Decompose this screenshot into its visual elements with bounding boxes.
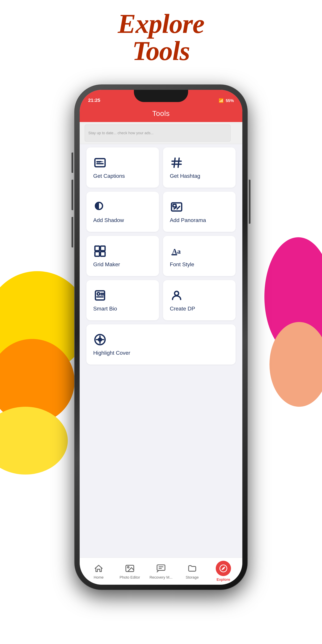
phone-button-left3 xyxy=(72,217,73,248)
bottom-nav: HomePhoto EditorRecovery M...StorageExpl… xyxy=(80,558,242,585)
svg-line-6 xyxy=(178,158,179,167)
tool-card-add-shadow[interactable]: Add Shadow xyxy=(86,192,159,232)
nav-recovery-icon xyxy=(156,563,166,574)
svg-marker-36 xyxy=(222,567,225,570)
svg-point-21 xyxy=(97,293,100,295)
phone-button-left2 xyxy=(72,180,73,210)
nav-recovery-label: Recovery M... xyxy=(150,575,172,580)
tools-content: CCGet CaptionsGet HashtagAdd ShadowAdd P… xyxy=(80,144,242,561)
nav-explore-icon xyxy=(216,561,231,576)
tool-card-create-dp[interactable]: Create DP xyxy=(163,280,236,320)
nav-item-storage[interactable]: Storage xyxy=(176,563,208,580)
highlight-cover-label: Highlight Cover xyxy=(93,350,130,356)
signal-icon: 📶 xyxy=(218,98,224,103)
phone-screen: 21:25 📶 55% Tools Stay up to date... che… xyxy=(80,90,242,585)
svg-text:Aa: Aa xyxy=(172,248,181,255)
nav-item-recovery[interactable]: Recovery M... xyxy=(146,563,176,580)
add-shadow-icon xyxy=(93,200,107,214)
nav-explore-label: Explore xyxy=(216,578,230,582)
get-captions-label: Get Captions xyxy=(93,173,125,179)
tool-card-add-panorama[interactable]: Add Panorama xyxy=(163,192,236,232)
tool-card-smart-bio[interactable]: Smart Bio xyxy=(86,280,159,320)
ad-inner: Stay up to date... check how your ads... xyxy=(85,124,230,142)
tool-card-grid-maker[interactable]: Grid Maker xyxy=(86,236,159,276)
nav-home-icon xyxy=(93,563,104,574)
status-icons: 📶 55% xyxy=(218,98,234,103)
create-dp-icon xyxy=(170,288,183,302)
nav-item-explore[interactable]: Explore xyxy=(208,561,239,582)
phone-notch xyxy=(134,90,188,102)
add-panorama-label: Add Panorama xyxy=(170,217,206,223)
nav-photo-editor-label: Photo Editor xyxy=(120,575,140,580)
svg-point-25 xyxy=(174,291,179,296)
phone-mockup: 21:25 📶 55% Tools Stay up to date... che… xyxy=(74,85,248,590)
grid-maker-icon xyxy=(93,244,107,258)
phone-shell: 21:25 📶 55% Tools Stay up to date... che… xyxy=(74,85,248,590)
font-style-icon: Aa xyxy=(170,244,183,258)
get-hashtag-icon xyxy=(170,156,183,170)
get-captions-icon: CC xyxy=(93,156,107,170)
bg-blob-yellow2 xyxy=(0,407,68,474)
svg-rect-32 xyxy=(157,565,165,570)
tool-card-highlight-cover[interactable]: Highlight Cover xyxy=(86,324,236,364)
nav-storage-icon xyxy=(187,563,198,574)
nav-home-label: Home xyxy=(94,575,104,580)
get-hashtag-label: Get Hashtag xyxy=(170,173,200,179)
explore-tools-heading: Explore Tools xyxy=(0,10,322,64)
tool-card-get-captions[interactable]: CCGet Captions xyxy=(86,148,159,188)
svg-text:CC: CC xyxy=(96,160,100,163)
app-header: Tools xyxy=(80,105,242,122)
nav-item-photo-editor[interactable]: Photo Editor xyxy=(114,563,146,580)
phone-button-right xyxy=(249,180,250,224)
nav-storage-label: Storage xyxy=(186,575,198,580)
create-dp-label: Create DP xyxy=(170,306,195,312)
svg-line-12 xyxy=(177,206,180,209)
ad-banner: Stay up to date... check how your ads... xyxy=(80,122,242,144)
tools-grid: CCGet CaptionsGet HashtagAdd ShadowAdd P… xyxy=(86,148,236,364)
tool-card-get-hashtag[interactable]: Get Hashtag xyxy=(163,148,236,188)
add-panorama-icon xyxy=(170,200,183,214)
svg-rect-16 xyxy=(95,252,100,256)
add-shadow-label: Add Shadow xyxy=(93,217,124,223)
app-header-title: Tools xyxy=(152,110,170,118)
phone-button-left xyxy=(72,152,73,173)
tool-card-font-style[interactable]: AaFont Style xyxy=(163,236,236,276)
grid-maker-label: Grid Maker xyxy=(93,261,120,268)
page-title: Explore Tools xyxy=(0,10,322,64)
svg-rect-15 xyxy=(100,246,105,251)
svg-point-31 xyxy=(128,566,129,568)
font-style-label: Font Style xyxy=(170,261,194,268)
svg-rect-14 xyxy=(95,246,100,251)
battery-label: 55% xyxy=(226,98,234,103)
svg-line-5 xyxy=(174,158,175,167)
svg-rect-17 xyxy=(100,252,105,256)
smart-bio-icon xyxy=(93,288,107,302)
nav-item-home[interactable]: Home xyxy=(83,563,114,580)
ad-text: Stay up to date... check how your ads... xyxy=(88,131,154,135)
nav-photo-editor-icon xyxy=(124,563,135,574)
smart-bio-label: Smart Bio xyxy=(93,306,117,312)
highlight-cover-icon xyxy=(93,333,107,346)
svg-rect-11 xyxy=(173,204,176,207)
